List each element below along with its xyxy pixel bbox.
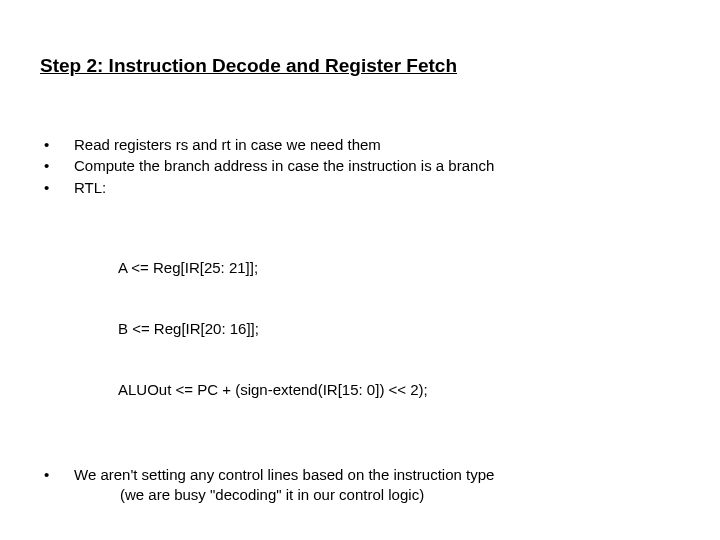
bullet-item: • RTL: — [40, 178, 680, 198]
bullet-main-line: We aren't setting any control lines base… — [74, 466, 494, 483]
slide: Step 2: Instruction Decode and Register … — [0, 0, 720, 505]
bullet-item: • Read registers rs and rt in case we ne… — [40, 135, 680, 155]
bullet-sub-line: (we are busy "decoding" it in our contro… — [120, 486, 424, 503]
bullet-text: We aren't setting any control lines base… — [74, 465, 680, 506]
bullet-mark-icon: • — [40, 465, 74, 506]
rtl-line: A <= Reg[IR[25: 21]]; — [118, 258, 680, 278]
bullet-item: • Compute the branch address in case the… — [40, 156, 680, 176]
bullet-mark-icon: • — [40, 135, 74, 155]
bullet-item: • We aren't setting any control lines ba… — [40, 465, 680, 506]
bullet-text: RTL: — [74, 178, 680, 198]
rtl-line: B <= Reg[IR[20: 16]]; — [118, 319, 680, 339]
bullet-mark-icon: • — [40, 178, 74, 198]
slide-title: Step 2: Instruction Decode and Register … — [40, 55, 680, 77]
bullet-text: Read registers rs and rt in case we need… — [74, 135, 680, 155]
rtl-code-block: A <= Reg[IR[25: 21]]; B <= Reg[IR[20: 16… — [118, 218, 680, 441]
spacer — [40, 441, 680, 465]
rtl-line: ALUOut <= PC + (sign-extend(IR[15: 0]) <… — [118, 380, 680, 400]
bullet-mark-icon: • — [40, 156, 74, 176]
bullet-text: Compute the branch address in case the i… — [74, 156, 680, 176]
